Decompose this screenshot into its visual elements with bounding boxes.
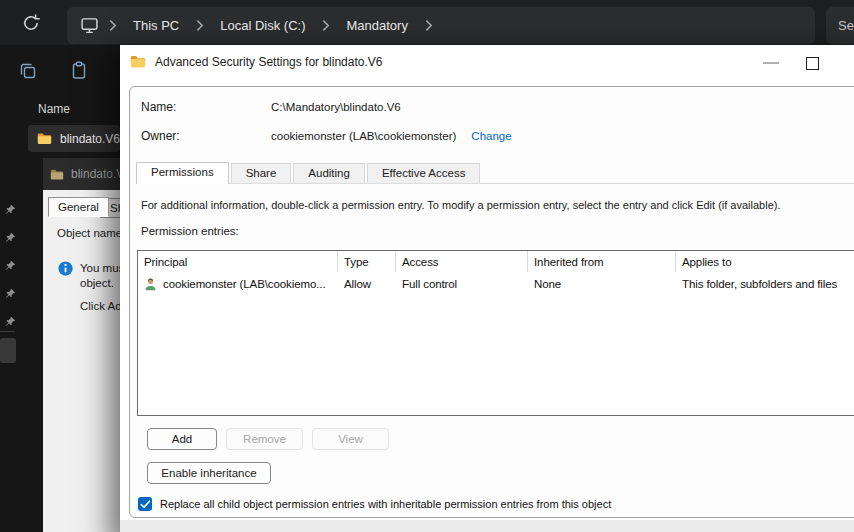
header-inherited-from[interactable]: Inherited from xyxy=(528,251,676,272)
user-icon xyxy=(143,277,158,292)
folder-icon xyxy=(130,55,146,68)
chevron-right-icon[interactable] xyxy=(108,19,117,32)
file-name-label: blindato.V6 xyxy=(60,132,120,146)
tab-share[interactable]: Share xyxy=(231,163,292,183)
chevron-right-icon[interactable] xyxy=(321,19,330,32)
replace-child-checkbox[interactable] xyxy=(138,497,152,511)
properties-info-line: You mus xyxy=(80,262,124,274)
enable-inheritance-button[interactable]: Enable inheritance xyxy=(147,462,271,484)
search-input[interactable]: Sea xyxy=(826,7,854,44)
this-pc-icon[interactable] xyxy=(80,16,99,35)
minimize-button[interactable] xyxy=(754,53,788,73)
object-name-label: Object name xyxy=(57,227,122,239)
header-applies-to[interactable]: Applies to xyxy=(676,251,854,272)
cell-type: Allow xyxy=(338,278,396,290)
breadcrumb: This PC Local Disk (C:) Mandatory xyxy=(67,7,815,44)
permission-entries-table: Principal Type Access Inherited from App… xyxy=(137,250,854,416)
pin-icon xyxy=(4,316,16,328)
breadcrumb-local-disk[interactable]: Local Disk (C:) xyxy=(213,18,312,33)
properties-info-line: object. xyxy=(80,277,114,289)
properties-info-line: Click Ad xyxy=(80,300,122,312)
cell-inherited-from: None xyxy=(528,278,676,290)
add-button[interactable]: Add xyxy=(147,428,217,450)
dialog-bottom-strip xyxy=(120,520,854,532)
name-value: C:\Mandatory\blindato.V6 xyxy=(271,101,401,113)
replace-child-row: Replace all child object permission entr… xyxy=(138,497,611,511)
minimize-icon xyxy=(763,62,779,64)
permission-entries-label: Permission entries: xyxy=(141,225,239,237)
folder-icon xyxy=(50,169,64,180)
owner-value: cookiemonster (LAB\cookiemonster) xyxy=(271,130,456,142)
view-button[interactable]: View xyxy=(312,428,389,450)
breadcrumb-mandatory[interactable]: Mandatory xyxy=(339,18,414,33)
dialog-tabstrip: Permissions Share Auditing Effective Acc… xyxy=(136,161,854,184)
cell-applies-to: This folder, subfolders and files xyxy=(676,278,854,290)
dialog-title: Advanced Security Settings for blindato.… xyxy=(155,55,382,69)
tab-general[interactable]: General xyxy=(48,197,109,217)
explorer-top-bar: This PC Local Disk (C:) Mandatory Sea xyxy=(0,0,854,45)
header-principal[interactable]: Principal xyxy=(138,251,338,272)
pin-icon xyxy=(4,232,16,244)
cell-access: Full control xyxy=(396,278,528,290)
pin-icon xyxy=(4,288,16,300)
name-label: Name: xyxy=(141,100,176,114)
chevron-right-icon[interactable] xyxy=(195,19,204,32)
permissions-info-text: For additional information, double-click… xyxy=(141,199,781,211)
table-header-row: Principal Type Access Inherited from App… xyxy=(138,251,854,272)
nav-divider xyxy=(0,331,15,332)
info-icon xyxy=(58,261,73,276)
advanced-security-dialog: Advanced Security Settings for blindato.… xyxy=(120,45,854,532)
header-type[interactable]: Type xyxy=(338,251,396,272)
file-row-blindato[interactable]: blindato.V6 xyxy=(28,125,120,152)
nav-selected-tile[interactable] xyxy=(0,338,16,363)
tab-auditing[interactable]: Auditing xyxy=(293,163,365,183)
paste-icon[interactable] xyxy=(69,60,89,80)
breadcrumb-this-pc[interactable]: This PC xyxy=(126,18,186,33)
dialog-titlebar: Advanced Security Settings for blindato.… xyxy=(120,45,854,78)
change-owner-link[interactable]: Change xyxy=(471,130,511,142)
replace-child-label: Replace all child object permission entr… xyxy=(160,498,611,510)
tab-permissions[interactable]: Permissions xyxy=(136,162,229,184)
remove-button[interactable]: Remove xyxy=(226,428,303,450)
pin-icon xyxy=(4,204,16,216)
screen: This PC Local Disk (C:) Mandatory Sea Na… xyxy=(0,0,854,532)
dialog-panel: Name: C:\Mandatory\blindato.V6 Owner: co… xyxy=(129,86,854,518)
table-row[interactable]: cookiemonster (LAB\cookiemo... Allow Ful… xyxy=(138,272,854,296)
refresh-icon[interactable] xyxy=(21,13,41,33)
copy-icon[interactable] xyxy=(18,61,38,81)
cell-principal: cookiemonster (LAB\cookiemo... xyxy=(163,278,326,290)
owner-label: Owner: xyxy=(141,129,180,143)
properties-title: blindato.V xyxy=(71,167,124,181)
pin-icon xyxy=(4,260,16,272)
maximize-button[interactable] xyxy=(798,53,826,73)
maximize-icon xyxy=(806,57,819,70)
tab-effective-access[interactable]: Effective Access xyxy=(367,163,481,183)
chevron-right-icon[interactable] xyxy=(424,19,433,32)
header-access[interactable]: Access xyxy=(396,251,528,272)
folder-icon xyxy=(37,132,52,145)
column-header-name[interactable]: Name xyxy=(38,102,70,116)
